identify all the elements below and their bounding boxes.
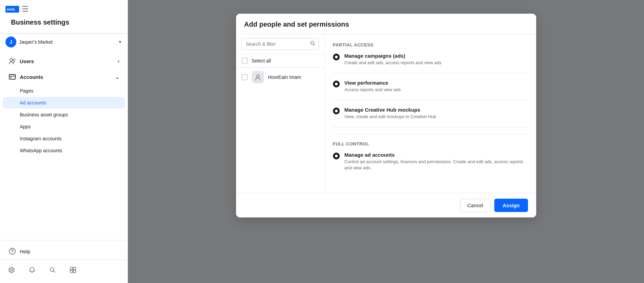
sidebar-subitem-business-asset-groups[interactable]: Business asset groups <box>3 109 125 121</box>
radio-inner <box>335 56 338 58</box>
search-input-wrap <box>241 38 319 50</box>
accounts-icon <box>8 73 16 81</box>
modal-footer: Cancel Assign <box>236 193 536 217</box>
svg-point-3 <box>13 59 15 61</box>
partial-access-title: Partial access <box>333 42 528 47</box>
radio-manage-ad-accounts[interactable] <box>333 153 340 159</box>
svg-rect-11 <box>70 270 73 273</box>
help-item[interactable]: Help <box>3 244 125 259</box>
radio-inner <box>335 155 338 157</box>
modal-overlay[interactable]: Add people and set permissions <box>128 0 644 283</box>
select-all-checkbox[interactable] <box>241 58 248 64</box>
permission-desc-creative-hub: View, create and edit mockups in Creativ… <box>345 114 436 120</box>
accounts-chevron-icon: ⌄ <box>115 74 119 80</box>
permission-item-manage-ad-accounts[interactable]: Manage ad accounts Control ad account se… <box>333 152 528 178</box>
people-panel: Select all HoorEain Imam <box>236 34 325 193</box>
sidebar: meta ☰ Business settings J Jasper's Mark… <box>0 0 128 283</box>
grid-icon[interactable] <box>67 264 79 276</box>
page-title: Business settings <box>5 17 122 30</box>
sidebar-header: meta ☰ Business settings <box>0 0 128 33</box>
permissions-panel: Partial access Manage campaigns (ads) Cr… <box>325 34 536 193</box>
search-icon[interactable] <box>46 264 59 276</box>
chevron-down-icon: ▼ <box>118 40 122 44</box>
people-list: HoorEain Imam <box>236 68 324 193</box>
menu-icon[interactable]: ☰ <box>22 5 29 13</box>
users-chevron-icon: › <box>118 58 119 64</box>
modal-body: Select all HoorEain Imam <box>236 34 536 193</box>
permission-desc-ad-accounts: Control ad account settings, finances an… <box>345 159 528 171</box>
sidebar-item-users[interactable]: Users › <box>3 54 125 69</box>
settings-icon[interactable] <box>5 264 18 276</box>
radio-view-performance[interactable] <box>333 81 340 87</box>
modal-header: Add people and set permissions <box>236 14 536 34</box>
permission-name-creative-hub: Manage Creative Hub mockups <box>345 107 436 113</box>
business-avatar: J <box>5 37 16 47</box>
sidebar-subitem-whatsapp[interactable]: WhatsApp accounts <box>3 145 125 156</box>
permission-name-campaigns: Manage campaigns (ads) <box>345 53 442 59</box>
select-all-label: Select all <box>252 58 271 63</box>
business-selector[interactable]: J Jasper's Market ▼ <box>0 33 128 50</box>
meta-logo-row: meta ☰ <box>5 5 122 13</box>
full-control-title: Full control <box>333 141 528 146</box>
sidebar-subitem-ad-accounts[interactable]: Ad accounts <box>3 97 125 109</box>
svg-rect-5 <box>10 77 12 78</box>
permissions-divider <box>333 134 528 135</box>
modal-dialog: Add people and set permissions <box>236 14 536 217</box>
svg-text:meta: meta <box>7 8 15 11</box>
svg-point-6 <box>9 248 15 254</box>
radio-inner <box>335 110 338 112</box>
permission-item-view-performance[interactable]: View performance Access reports and view… <box>333 80 528 100</box>
select-all-row[interactable]: Select all <box>236 54 324 68</box>
accounts-label: Accounts <box>20 74 43 80</box>
main-content: Add people and set permissions <box>128 0 644 283</box>
svg-point-8 <box>50 268 54 271</box>
notifications-icon[interactable] <box>26 264 38 276</box>
svg-point-7 <box>12 253 13 253</box>
sidebar-item-accounts[interactable]: Accounts ⌄ <box>3 69 125 84</box>
permission-item-creative-hub[interactable]: Manage Creative Hub mockups View, create… <box>333 107 528 127</box>
search-icon <box>310 41 316 47</box>
radio-manage-campaigns[interactable] <box>333 54 340 60</box>
search-box <box>236 34 324 54</box>
permission-desc-performance: Access reports and view ads <box>345 87 401 93</box>
sidebar-subitem-pages[interactable]: Pages <box>3 85 125 97</box>
svg-rect-10 <box>73 267 76 270</box>
person-name: HoorEain Imam <box>268 74 301 80</box>
business-name: Jasper's Market <box>19 39 115 45</box>
permission-name-performance: View performance <box>345 80 401 86</box>
help-label: Help <box>20 249 30 254</box>
svg-rect-4 <box>9 74 15 79</box>
svg-point-14 <box>257 75 259 77</box>
permission-name-ad-accounts: Manage ad accounts <box>345 152 528 158</box>
sidebar-subitem-apps[interactable]: Apps <box>3 121 125 132</box>
modal-title: Add people and set permissions <box>244 20 528 28</box>
meta-logo-icon: meta <box>5 6 19 13</box>
users-icon <box>8 57 16 65</box>
sidebar-nav: Users › Accounts ⌄ Pages A <box>0 50 128 240</box>
sidebar-icon-row <box>0 259 128 280</box>
cancel-button[interactable]: Cancel <box>460 199 491 212</box>
person-avatar <box>252 71 264 83</box>
permission-desc-campaigns: Create and edit ads, access reports and … <box>345 60 442 66</box>
svg-rect-12 <box>73 270 76 273</box>
search-input[interactable] <box>241 38 319 50</box>
svg-rect-9 <box>70 267 73 270</box>
radio-creative-hub[interactable] <box>333 108 340 114</box>
help-icon <box>8 247 16 255</box>
sidebar-subitem-instagram[interactable]: Instagram accounts <box>3 133 125 144</box>
svg-point-2 <box>10 58 13 61</box>
assign-button[interactable]: Assign <box>494 199 528 212</box>
person-row[interactable]: HoorEain Imam <box>236 68 324 87</box>
permission-item-manage-campaigns[interactable]: Manage campaigns (ads) Create and edit a… <box>333 53 528 73</box>
person-checkbox[interactable] <box>241 74 248 80</box>
radio-inner <box>335 83 338 85</box>
sidebar-bottom: Help <box>0 240 128 283</box>
users-label: Users <box>20 58 34 64</box>
